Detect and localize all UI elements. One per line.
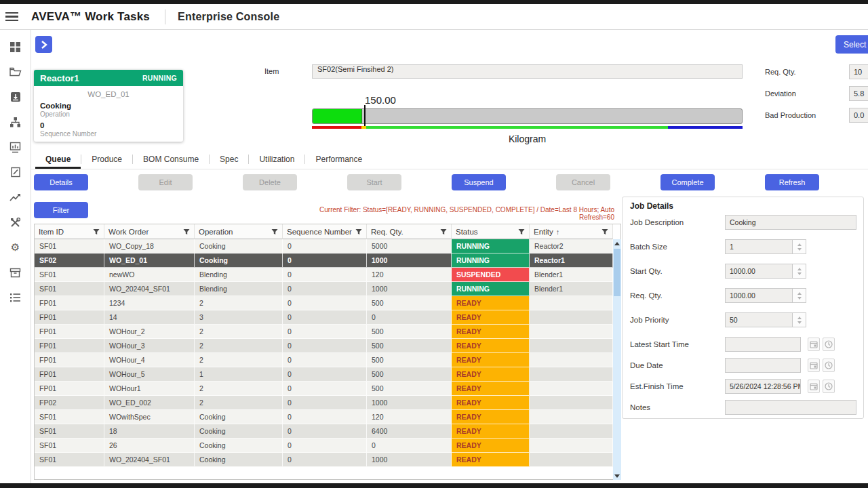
kpi-input-bad-production[interactable]: 0.0	[849, 108, 868, 123]
filter-funnel-icon[interactable]	[355, 228, 362, 235]
table-row[interactable]: FP0114300READY	[35, 310, 613, 325]
workflow-icon[interactable]	[9, 116, 22, 128]
import-icon[interactable]	[9, 91, 22, 103]
spinner-up-icon[interactable]	[797, 268, 802, 270]
due-date-input[interactable]	[725, 358, 801, 373]
table-row[interactable]: FP01WOHour120500READY	[35, 382, 613, 396]
tab-queue[interactable]: Queue	[35, 152, 81, 169]
column-header-req-qty[interactable]: Req. Qty.	[367, 224, 452, 239]
cell-operation: Cooking	[195, 410, 283, 424]
table-row[interactable]: SF01WO_Copy_18Cooking05000RUNNINGReactor…	[35, 239, 613, 253]
table-row[interactable]: SF01WO_202404_SF01Blending01000RUNNINGBl…	[35, 282, 613, 296]
kpi-input-req-qty[interactable]: 10	[849, 64, 868, 79]
scroll-down-icon[interactable]	[613, 472, 621, 480]
tools-icon[interactable]	[9, 216, 22, 228]
filter-funnel-icon[interactable]	[518, 228, 525, 235]
latest-start-time-input[interactable]	[725, 337, 801, 352]
complete-button[interactable]: Complete	[660, 174, 715, 190]
column-header-item-id[interactable]: Item ID	[35, 224, 104, 239]
scroll-up-icon[interactable]	[613, 239, 621, 247]
start-qty-input[interactable]: 1000.00	[725, 264, 793, 279]
spinner-up-icon[interactable]	[797, 317, 802, 319]
dashboard-icon[interactable]	[9, 41, 22, 53]
select-button[interactable]: Select	[835, 35, 868, 54]
table-row[interactable]: FP01WOHour_220500READY	[35, 325, 613, 339]
tab-spec[interactable]: Spec	[210, 152, 248, 169]
archive-icon[interactable]	[9, 266, 22, 279]
table-row[interactable]: SF01newWOBlending0120SUSPENDEDBlender1	[35, 268, 613, 282]
filter-funnel-icon[interactable]	[271, 228, 278, 235]
table-row[interactable]: SF02WO_ED_01Cooking01000RUNNINGReactor1	[35, 253, 613, 268]
refresh-button[interactable]: Refresh	[765, 174, 819, 190]
calendar-icon[interactable]	[808, 380, 820, 393]
spinner-down-icon[interactable]	[797, 272, 802, 275]
expand-panel-button[interactable]	[35, 36, 52, 53]
spinner-control[interactable]	[793, 312, 806, 327]
calendar-icon[interactable]	[808, 338, 820, 351]
tab-performance[interactable]: Performance	[305, 152, 372, 169]
spinner-down-icon[interactable]	[797, 321, 802, 324]
tab-bom-consume[interactable]: BOM Consume	[133, 152, 209, 169]
filter-funnel-icon[interactable]	[440, 228, 447, 235]
est-finish-time-input[interactable]: 5/26/2024 12:28:56 PM	[725, 379, 801, 394]
table-row[interactable]: FP01WOHour_320500READY	[35, 339, 613, 353]
column-header-work-order[interactable]: Work Order	[104, 224, 195, 239]
table-row[interactable]: SF0118Cooking06400READY	[35, 424, 613, 439]
req-qty-input[interactable]: 1000.00	[725, 288, 793, 303]
cell-entity	[530, 310, 613, 325]
folder-icon[interactable]	[9, 66, 22, 78]
cell-item_id: SF01	[35, 453, 104, 467]
column-header-sequence-number[interactable]: Sequence Number	[283, 224, 367, 239]
trend-icon[interactable]	[9, 191, 22, 203]
spinner-up-icon[interactable]	[797, 292, 802, 295]
clock-icon[interactable]	[823, 380, 835, 393]
clock-icon[interactable]	[823, 338, 835, 351]
monitor-icon[interactable]	[9, 141, 22, 153]
table-row[interactable]: FP01WOHour_420500READY	[35, 353, 613, 367]
edit-document-icon[interactable]	[9, 166, 22, 178]
table-scrollbar[interactable]	[613, 239, 621, 480]
filter-funnel-icon[interactable]	[601, 228, 608, 235]
tab-utilization[interactable]: Utilization	[249, 152, 304, 169]
filter-funnel-icon[interactable]	[93, 228, 100, 235]
cell-item_id: FP01	[35, 310, 104, 325]
filter-funnel-icon[interactable]	[183, 228, 190, 235]
filter-button[interactable]: Filter	[34, 202, 88, 218]
notes-input[interactable]	[725, 400, 856, 415]
spinner-control[interactable]	[793, 264, 806, 279]
table-row[interactable]: FP01WOHour_510500READY	[35, 367, 613, 382]
item-input[interactable]: SF02(Semi Finsihed 2)	[312, 64, 743, 79]
list-icon[interactable]	[9, 291, 22, 304]
cell-operation: Cooking	[195, 253, 283, 268]
clock-icon[interactable]	[823, 359, 835, 372]
spinner-control[interactable]	[793, 288, 806, 303]
column-header-status[interactable]: Status	[452, 224, 530, 239]
table-row[interactable]: SF01WO_202404_SF01Cooking01000READY	[35, 453, 613, 467]
settings-gear-icon[interactable]: ⚙	[9, 241, 22, 253]
job-priority-input[interactable]: 50	[725, 312, 793, 327]
cell-entity	[530, 339, 613, 353]
spinner-down-icon[interactable]	[797, 297, 802, 300]
cell-status: READY	[452, 296, 530, 310]
batch-size-input[interactable]: 1	[725, 239, 793, 254]
entity-card[interactable]: Reactor1 RUNNING WO_ED_01 Cooking Operat…	[34, 70, 183, 142]
spinner-down-icon[interactable]	[797, 248, 802, 251]
job-description-input[interactable]: Cooking	[725, 215, 856, 230]
calendar-icon[interactable]	[808, 359, 820, 372]
job-queue-grid: Item IDWork OrderOperationSequence Numbe…	[35, 224, 613, 467]
table-row[interactable]: FP02WO_ED_002201000READY	[35, 396, 613, 410]
details-button[interactable]: Details	[34, 174, 88, 190]
column-header-entity[interactable]: Entity↑	[530, 224, 613, 239]
suspend-button[interactable]: Suspend	[452, 174, 506, 190]
column-header-operation[interactable]: Operation	[195, 224, 283, 239]
kpi-input-deviation[interactable]: 5.8	[849, 86, 868, 101]
spinner-control[interactable]	[793, 239, 806, 254]
table-row[interactable]: FP01123420500READY	[35, 296, 613, 310]
hamburger-menu-icon[interactable]	[5, 9, 26, 25]
sort-ascending-icon[interactable]: ↑	[556, 228, 560, 236]
spinner-up-icon[interactable]	[797, 243, 802, 246]
scrollbar-thumb[interactable]	[614, 249, 620, 296]
tab-produce[interactable]: Produce	[81, 152, 132, 169]
table-row[interactable]: SF0126Cooking00READY	[35, 439, 613, 453]
table-row[interactable]: SF01WOwithSpecCooking0120READY	[35, 410, 613, 424]
